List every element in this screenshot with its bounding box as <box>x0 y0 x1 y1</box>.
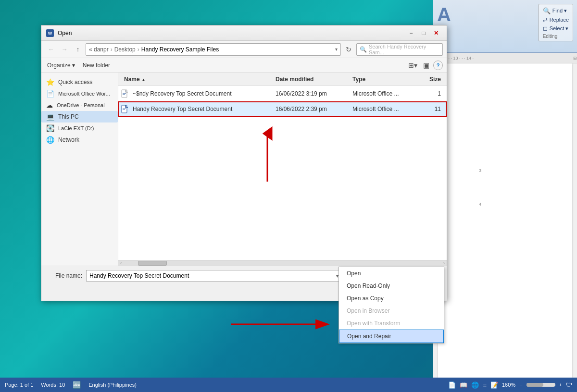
address-bar[interactable]: « danpr › Desktop › Handy Recovery Sampl… <box>86 43 341 56</box>
dialog-main-area: ⭐ Quick access 📄 Microsoft Office Wor...… <box>41 73 447 266</box>
organize-button[interactable]: Organize ▾ <box>45 61 77 70</box>
find-btn[interactable]: 🔍 Find ▾ <box>543 6 569 15</box>
sidebar-label-onedrive: OneDrive - Personal <box>57 102 105 108</box>
open-dialog: W Open − □ ✕ ← → ↑ « danpr › Desktop › H… <box>41 25 447 301</box>
word-document-area: 3 4 <box>438 63 572 378</box>
forward-button[interactable]: → <box>59 44 70 55</box>
sidebar-item-onedrive[interactable]: ☁ OneDrive - Personal <box>41 99 118 111</box>
dialog-address-toolbar: ← → ↑ « danpr › Desktop › Handy Recovery… <box>41 41 447 58</box>
sort-icon: ▲ <box>141 77 146 82</box>
select-btn[interactable]: ◻ Select ▾ <box>543 24 569 33</box>
col-header-type[interactable]: Type <box>349 76 416 83</box>
address-part-2: Desktop <box>114 46 136 53</box>
menu-item-open-readonly[interactable]: Open Read-Only <box>339 280 444 292</box>
file-date-0: 16/06/2022 3:19 pm <box>272 90 349 97</box>
sidebar-item-quick-access[interactable]: ⭐ Quick access <box>41 76 118 88</box>
view-print-icon[interactable]: 📄 <box>448 381 456 389</box>
organize-dropdown-icon: ▾ <box>72 62 75 69</box>
word-background: 🔍 Find ▾ ⇄ Replace ◻ Select ▾ Editing A … <box>433 0 577 392</box>
address-part-1: « danpr <box>89 46 109 53</box>
menu-item-open-repair[interactable]: Open and Repair <box>339 330 444 343</box>
word-ruler: · · 12 · · · 13 · · · 14 · ⊞ <box>433 53 577 63</box>
word-logo: A <box>437 4 451 25</box>
minimize-button[interactable]: − <box>405 28 417 38</box>
dialog-titlebar: W Open − □ ✕ <box>41 25 447 41</box>
file-list-spacer <box>118 117 447 260</box>
scroll-right-btn[interactable]: › <box>441 260 447 266</box>
sidebar-item-lacie[interactable]: 💽 LaCie EXT (D:) <box>41 122 118 134</box>
organize-label: Organize <box>47 62 71 69</box>
col-header-size[interactable]: Size <box>416 76 445 83</box>
view-controls: ⊞▾ ▣ ? <box>406 61 443 70</box>
scroll-left-btn[interactable]: ‹ <box>118 260 124 266</box>
scrollbar-thumb[interactable] <box>138 261 167 266</box>
left-ruler: 3 4 <box>479 168 485 207</box>
back-button[interactable]: ← <box>45 44 57 55</box>
new-folder-button[interactable]: New folder <box>81 61 112 70</box>
sidebar-item-ms-office[interactable]: 📄 Microsoft Office Wor... <box>41 88 118 99</box>
status-words: Words: 10 <box>41 382 65 388</box>
ms-office-icon: 📄 <box>46 90 54 98</box>
sidebar-item-network[interactable]: 🌐 Network <box>41 134 118 146</box>
view-web-icon[interactable]: 🌐 <box>471 381 479 389</box>
maximize-button[interactable]: □ <box>418 28 429 38</box>
view-draft-icon[interactable]: 📝 <box>490 381 498 389</box>
file-date-1: 16/06/2022 2:39 pm <box>272 106 349 112</box>
dialog-organize-toolbar: Organize ▾ New folder ⊞▾ ▣ ? <box>41 58 447 73</box>
onedrive-icon: ☁ <box>46 101 53 109</box>
zoom-slider[interactable] <box>527 383 555 387</box>
dialog-sidebar: ⭐ Quick access 📄 Microsoft Office Wor...… <box>41 73 118 266</box>
svg-rect-4 <box>123 93 126 94</box>
svg-rect-10 <box>123 109 126 109</box>
col-header-date[interactable]: Date modified <box>272 76 349 83</box>
dialog-file-list: Name ▲ Date modified Type Size <box>118 73 447 266</box>
file-icon-0 <box>120 89 130 98</box>
this-pc-icon: 💻 <box>46 113 54 121</box>
shield-icon: 🛡 <box>566 381 572 389</box>
quick-access-icon: ⭐ <box>46 78 54 86</box>
menu-item-open[interactable]: Open <box>339 267 444 280</box>
status-page: Page: 1 of 1 <box>5 382 33 388</box>
col-header-name[interactable]: Name ▲ <box>120 76 272 83</box>
file-size-0: 1 <box>416 90 445 97</box>
view-outline-icon[interactable]: ≡ <box>483 381 487 389</box>
preview-pane-button[interactable]: ▣ <box>421 61 431 70</box>
network-icon: 🌐 <box>46 136 54 144</box>
search-box[interactable]: 🔍 Search Handy Recovery Sam... <box>356 43 443 56</box>
view-reading-icon[interactable]: 📖 <box>460 381 467 389</box>
zoom-level: 160% <box>502 382 515 388</box>
change-view-button[interactable]: ⊞▾ <box>406 61 419 70</box>
help-button[interactable]: ? <box>433 61 443 70</box>
svg-rect-11 <box>123 110 125 110</box>
replace-btn[interactable]: ⇄ Replace <box>543 15 569 24</box>
menu-item-open-transform: Open with Transform <box>339 317 444 330</box>
file-item-0[interactable]: ~$ndy Recovery Top Secret Document 16/06… <box>118 86 447 101</box>
address-dropdown-arrow[interactable]: ▾ <box>335 47 338 52</box>
word-ribbon-editing-group: 🔍 Find ▾ ⇄ Replace ◻ Select ▾ Editing <box>539 4 573 41</box>
sidebar-item-this-pc[interactable]: 💻 This PC <box>41 111 118 122</box>
up-button[interactable]: ↑ <box>72 44 84 55</box>
file-list-header[interactable]: Name ▲ Date modified Type Size <box>118 73 447 86</box>
sidebar-label-ms-office: Microsoft Office Wor... <box>58 91 110 97</box>
refresh-button[interactable]: ↻ <box>343 44 354 55</box>
filename-input[interactable]: Handy Recovery Top Secret Document ▾ <box>86 270 342 282</box>
arrow-up <box>258 129 277 186</box>
zoom-out-btn[interactable]: − <box>519 382 522 388</box>
filename-value: Handy Recovery Top Secret Document <box>89 272 189 279</box>
file-size-1: 11 <box>416 106 445 112</box>
file-icon-1 <box>120 104 130 114</box>
svg-rect-5 <box>123 94 125 95</box>
sidebar-label-network: Network <box>58 136 79 143</box>
zoom-in-btn[interactable]: + <box>559 382 562 388</box>
file-name-0: ~$ndy Recovery Top Secret Document <box>133 90 272 97</box>
menu-item-open-copy[interactable]: Open as Copy <box>339 292 444 305</box>
close-button[interactable]: ✕ <box>430 28 442 38</box>
status-spell-icon: 🔤 <box>73 381 81 389</box>
editing-label: Editing <box>543 34 569 39</box>
file-type-0: Microsoft Office ... <box>349 90 416 97</box>
file-item-1[interactable]: Handy Recovery Top Secret Document 16/06… <box>118 101 447 117</box>
open-dropdown-menu: Open Open Read-Only Open as Copy Open in… <box>339 267 444 343</box>
horizontal-scrollbar[interactable]: ‹ › <box>118 260 447 266</box>
statusbar-right: 📄 📖 🌐 ≡ 📝 160% − + 🛡 <box>448 381 572 389</box>
filename-label: File name: <box>46 272 82 279</box>
